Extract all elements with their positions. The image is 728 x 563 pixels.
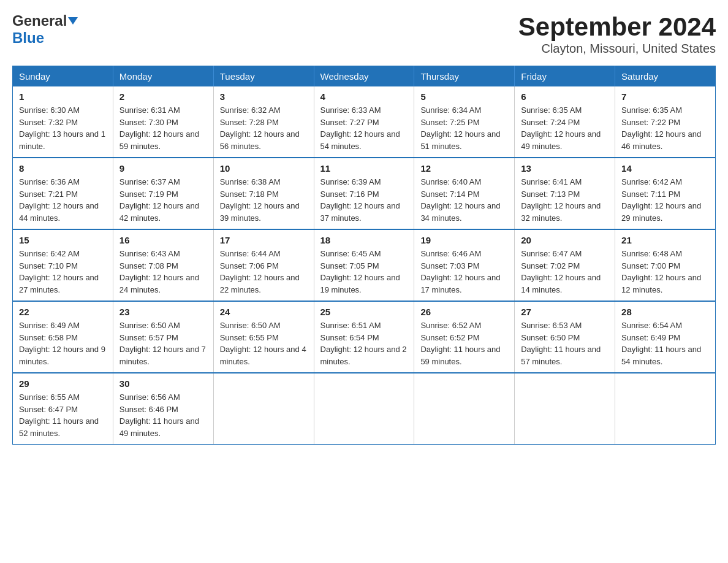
calendar-day-header: Friday <box>515 66 615 87</box>
calendar-day-cell: 5 Sunrise: 6:34 AM Sunset: 7:25 PM Dayli… <box>414 86 515 158</box>
day-info: Sunrise: 6:50 AM Sunset: 6:57 PM Dayligh… <box>119 320 207 367</box>
calendar-day-cell: 24 Sunrise: 6:50 AM Sunset: 6:55 PM Dayl… <box>213 301 314 373</box>
day-info: Sunrise: 6:53 AM Sunset: 6:50 PM Dayligh… <box>521 320 609 367</box>
day-info: Sunrise: 6:47 AM Sunset: 7:02 PM Dayligh… <box>521 248 609 296</box>
calendar-day-cell <box>414 373 515 445</box>
calendar-day-cell: 21 Sunrise: 6:48 AM Sunset: 7:00 PM Dayl… <box>615 229 716 301</box>
day-number: 10 <box>220 163 308 174</box>
calendar-day-cell: 15 Sunrise: 6:42 AM Sunset: 7:10 PM Dayl… <box>13 229 113 301</box>
calendar-day-cell: 3 Sunrise: 6:32 AM Sunset: 7:28 PM Dayli… <box>213 86 314 158</box>
day-info: Sunrise: 6:54 AM Sunset: 6:49 PM Dayligh… <box>621 320 709 367</box>
calendar-day-cell: 19 Sunrise: 6:46 AM Sunset: 7:03 PM Dayl… <box>414 229 515 301</box>
day-number: 27 <box>521 307 609 317</box>
page-header: General Blue September 2024 Clayton, Mis… <box>12 12 716 56</box>
calendar-day-cell: 28 Sunrise: 6:54 AM Sunset: 6:49 PM Dayl… <box>615 301 716 373</box>
day-number: 28 <box>621 307 709 317</box>
day-number: 20 <box>521 235 609 245</box>
day-info: Sunrise: 6:46 AM Sunset: 7:03 PM Dayligh… <box>420 248 508 296</box>
logo-triangle-icon <box>68 17 78 25</box>
day-number: 1 <box>19 91 107 102</box>
calendar-day-cell: 12 Sunrise: 6:40 AM Sunset: 7:14 PM Dayl… <box>414 158 515 229</box>
calendar-table: SundayMondayTuesdayWednesdayThursdayFrid… <box>12 66 716 445</box>
day-number: 19 <box>420 235 508 245</box>
title-block: September 2024 Clayton, Missouri, United… <box>518 12 716 56</box>
calendar-day-cell: 22 Sunrise: 6:49 AM Sunset: 6:58 PM Dayl… <box>13 301 113 373</box>
calendar-day-cell: 10 Sunrise: 6:38 AM Sunset: 7:18 PM Dayl… <box>213 158 314 229</box>
day-info: Sunrise: 6:35 AM Sunset: 7:22 PM Dayligh… <box>621 104 709 152</box>
calendar-day-cell: 16 Sunrise: 6:43 AM Sunset: 7:08 PM Dayl… <box>113 229 213 301</box>
calendar-day-cell: 1 Sunrise: 6:30 AM Sunset: 7:32 PM Dayli… <box>13 86 113 158</box>
day-number: 11 <box>320 163 408 174</box>
day-number: 5 <box>420 91 508 102</box>
day-number: 26 <box>420 307 508 317</box>
calendar-day-cell <box>314 373 414 445</box>
calendar-day-cell: 20 Sunrise: 6:47 AM Sunset: 7:02 PM Dayl… <box>515 229 615 301</box>
calendar-day-header: Wednesday <box>314 66 414 87</box>
day-info: Sunrise: 6:41 AM Sunset: 7:13 PM Dayligh… <box>521 176 609 224</box>
calendar-day-cell <box>615 373 716 445</box>
calendar-day-cell: 23 Sunrise: 6:50 AM Sunset: 6:57 PM Dayl… <box>113 301 213 373</box>
day-info: Sunrise: 6:33 AM Sunset: 7:27 PM Dayligh… <box>320 104 408 152</box>
day-info: Sunrise: 6:32 AM Sunset: 7:28 PM Dayligh… <box>220 104 308 152</box>
day-number: 21 <box>621 235 709 245</box>
day-info: Sunrise: 6:51 AM Sunset: 6:54 PM Dayligh… <box>320 320 408 367</box>
day-info: Sunrise: 6:44 AM Sunset: 7:06 PM Dayligh… <box>220 248 308 296</box>
calendar-day-header: Thursday <box>414 66 515 87</box>
day-number: 30 <box>119 378 207 389</box>
calendar-day-cell: 29 Sunrise: 6:55 AM Sunset: 6:47 PM Dayl… <box>13 373 113 445</box>
logo-blue-text: Blue <box>12 29 44 46</box>
calendar-day-cell: 2 Sunrise: 6:31 AM Sunset: 7:30 PM Dayli… <box>113 86 213 158</box>
calendar-day-cell <box>213 373 314 445</box>
day-info: Sunrise: 6:42 AM Sunset: 7:11 PM Dayligh… <box>621 176 709 224</box>
day-number: 13 <box>521 163 609 174</box>
calendar-day-cell: 8 Sunrise: 6:36 AM Sunset: 7:21 PM Dayli… <box>13 158 113 229</box>
day-number: 12 <box>420 163 508 174</box>
logo: General Blue <box>12 12 78 47</box>
day-info: Sunrise: 6:48 AM Sunset: 7:00 PM Dayligh… <box>621 248 709 296</box>
day-number: 29 <box>19 378 107 389</box>
calendar-week-row: 15 Sunrise: 6:42 AM Sunset: 7:10 PM Dayl… <box>13 229 716 301</box>
day-number: 23 <box>119 307 207 317</box>
logo-general-text: General <box>12 12 67 29</box>
day-info: Sunrise: 6:52 AM Sunset: 6:52 PM Dayligh… <box>420 320 508 367</box>
day-info: Sunrise: 6:55 AM Sunset: 6:47 PM Dayligh… <box>19 391 107 439</box>
calendar-week-row: 22 Sunrise: 6:49 AM Sunset: 6:58 PM Dayl… <box>13 301 716 373</box>
calendar-day-cell: 9 Sunrise: 6:37 AM Sunset: 7:19 PM Dayli… <box>113 158 213 229</box>
calendar-week-row: 29 Sunrise: 6:55 AM Sunset: 6:47 PM Dayl… <box>13 373 716 445</box>
calendar-day-cell: 26 Sunrise: 6:52 AM Sunset: 6:52 PM Dayl… <box>414 301 515 373</box>
calendar-day-header: Monday <box>113 66 213 87</box>
day-number: 18 <box>320 235 408 245</box>
calendar-subtitle: Clayton, Missouri, United States <box>518 42 716 56</box>
day-number: 24 <box>220 307 308 317</box>
day-number: 4 <box>320 91 408 102</box>
calendar-header-row: SundayMondayTuesdayWednesdayThursdayFrid… <box>13 66 716 87</box>
calendar-day-cell: 6 Sunrise: 6:35 AM Sunset: 7:24 PM Dayli… <box>515 86 615 158</box>
calendar-day-cell: 25 Sunrise: 6:51 AM Sunset: 6:54 PM Dayl… <box>314 301 414 373</box>
calendar-title: September 2024 <box>518 12 716 42</box>
day-number: 15 <box>19 235 107 245</box>
day-info: Sunrise: 6:49 AM Sunset: 6:58 PM Dayligh… <box>19 320 107 367</box>
calendar-day-cell: 27 Sunrise: 6:53 AM Sunset: 6:50 PM Dayl… <box>515 301 615 373</box>
calendar-day-cell: 13 Sunrise: 6:41 AM Sunset: 7:13 PM Dayl… <box>515 158 615 229</box>
day-number: 8 <box>19 163 107 174</box>
day-info: Sunrise: 6:30 AM Sunset: 7:32 PM Dayligh… <box>19 104 107 152</box>
day-info: Sunrise: 6:35 AM Sunset: 7:24 PM Dayligh… <box>521 104 609 152</box>
calendar-day-cell: 30 Sunrise: 6:56 AM Sunset: 6:46 PM Dayl… <box>113 373 213 445</box>
day-info: Sunrise: 6:43 AM Sunset: 7:08 PM Dayligh… <box>119 248 207 296</box>
day-info: Sunrise: 6:40 AM Sunset: 7:14 PM Dayligh… <box>420 176 508 224</box>
calendar-day-cell: 18 Sunrise: 6:45 AM Sunset: 7:05 PM Dayl… <box>314 229 414 301</box>
day-info: Sunrise: 6:45 AM Sunset: 7:05 PM Dayligh… <box>320 248 408 296</box>
day-number: 16 <box>119 235 207 245</box>
calendar-day-header: Sunday <box>13 66 113 87</box>
day-info: Sunrise: 6:39 AM Sunset: 7:16 PM Dayligh… <box>320 176 408 224</box>
day-info: Sunrise: 6:42 AM Sunset: 7:10 PM Dayligh… <box>19 248 107 296</box>
calendar-day-cell: 4 Sunrise: 6:33 AM Sunset: 7:27 PM Dayli… <box>314 86 414 158</box>
calendar-day-header: Tuesday <box>213 66 314 87</box>
calendar-day-cell: 14 Sunrise: 6:42 AM Sunset: 7:11 PM Dayl… <box>615 158 716 229</box>
day-number: 22 <box>19 307 107 317</box>
day-info: Sunrise: 6:38 AM Sunset: 7:18 PM Dayligh… <box>220 176 308 224</box>
calendar-day-cell: 7 Sunrise: 6:35 AM Sunset: 7:22 PM Dayli… <box>615 86 716 158</box>
calendar-day-cell: 17 Sunrise: 6:44 AM Sunset: 7:06 PM Dayl… <box>213 229 314 301</box>
day-number: 9 <box>119 163 207 174</box>
calendar-day-cell: 11 Sunrise: 6:39 AM Sunset: 7:16 PM Dayl… <box>314 158 414 229</box>
